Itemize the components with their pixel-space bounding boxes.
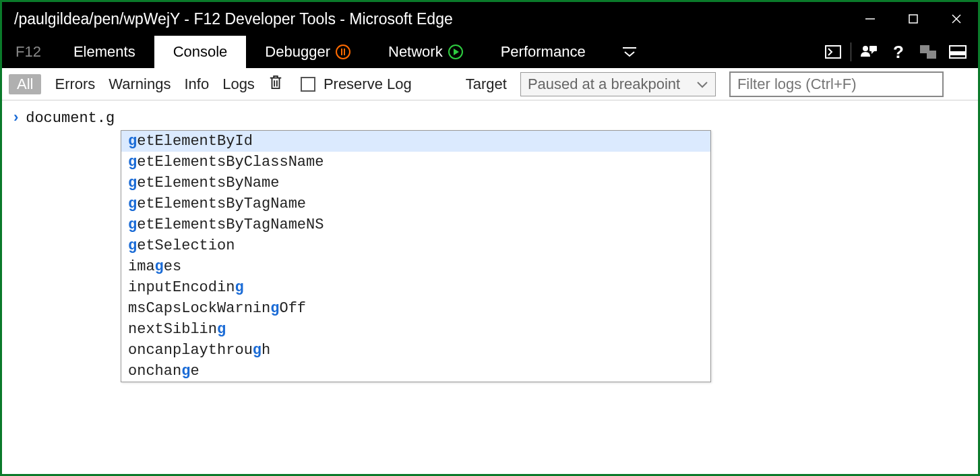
tabstrip: F12 Elements Console Debugger Network Pe… [2,36,978,68]
chevron-down-icon [696,80,708,88]
tab-label: Debugger [265,43,330,61]
prompt-arrow-icon: › [11,110,20,127]
svg-rect-11 [927,51,936,59]
console-body[interactable]: › document.g getElementByIdgetElementsBy… [2,100,978,474]
svg-rect-1 [909,15,917,23]
divider [851,42,851,61]
tab-label: Elements [73,43,135,61]
tab-elements[interactable]: Elements [55,36,154,68]
svg-point-6 [863,46,868,51]
autocomplete-item[interactable]: getElementsByTagName [121,194,710,214]
autocomplete-item[interactable]: getElementsByName [121,173,710,194]
preserve-log-label: Preserve Log [324,76,412,93]
target-select-value: Paused at a breakpoint [528,76,680,93]
autocomplete-item[interactable]: images [121,256,710,277]
play-icon [448,44,463,59]
tab-label: Performance [501,43,586,61]
tab-label: Network [388,43,443,61]
filter-info-button[interactable]: Info [184,76,209,93]
autocomplete-item[interactable]: getElementsByTagNameNS [121,214,710,235]
close-button[interactable] [935,2,978,36]
dock-icon[interactable] [943,36,973,68]
tab-performance[interactable]: Performance [482,36,605,68]
autocomplete-item[interactable]: getElementsByClassName [121,152,710,173]
filter-errors-button[interactable]: Errors [55,76,95,93]
autocomplete-item[interactable]: onchange [121,361,710,382]
undock-icon[interactable] [913,36,943,68]
help-icon[interactable]: ? [884,36,913,68]
tab-console[interactable]: Console [154,36,247,68]
filter-logs-input[interactable] [729,71,944,97]
autocomplete-popup: getElementByIdgetElementsByClassNamegetE… [121,130,711,382]
tab-label: Console [173,43,228,61]
svg-rect-7 [869,46,877,51]
console-shortcut-icon[interactable] [818,36,848,68]
console-input-text[interactable]: document.g [26,110,115,127]
autocomplete-item[interactable]: nextSibling [121,319,710,340]
target-label: Target [466,76,507,93]
autocomplete-item[interactable]: inputEncoding [121,277,710,298]
tab-debugger[interactable]: Debugger [246,36,369,68]
tabstrip-right-icons: ? [818,36,978,68]
autocomplete-item[interactable]: getSelection [121,235,710,256]
preserve-log-checkbox[interactable] [301,77,315,92]
pause-icon [336,44,350,59]
svg-rect-5 [826,46,840,58]
maximize-button[interactable] [892,2,935,36]
filter-all-button[interactable]: All [9,74,41,94]
console-prompt[interactable]: › document.g [11,110,969,127]
target-select[interactable]: Paused at a breakpoint [520,72,716,96]
clear-console-button[interactable] [268,74,283,94]
filter-logs-button[interactable]: Logs [222,76,255,93]
filter-warnings-button[interactable]: Warnings [109,76,171,93]
feedback-icon[interactable] [854,36,884,68]
titlebar: /paulgildea/pen/wpWejY - F12 Developer T… [2,2,978,36]
window-title: /paulgildea/pen/wpWejY - F12 Developer T… [14,10,849,28]
autocomplete-item[interactable]: msCapsLockWarningOff [121,298,710,319]
tab-network[interactable]: Network [369,36,482,68]
minimize-button[interactable] [849,2,892,36]
svg-marker-8 [871,51,874,54]
f12-label: F12 [2,36,55,68]
autocomplete-item[interactable]: oncanplaythrough [121,340,710,361]
overflow-tabs-button[interactable] [605,36,654,68]
console-toolbar: All Errors Warnings Info Logs Preserve L… [2,68,978,100]
autocomplete-item[interactable]: getElementById [121,131,710,152]
window-controls [849,2,978,36]
